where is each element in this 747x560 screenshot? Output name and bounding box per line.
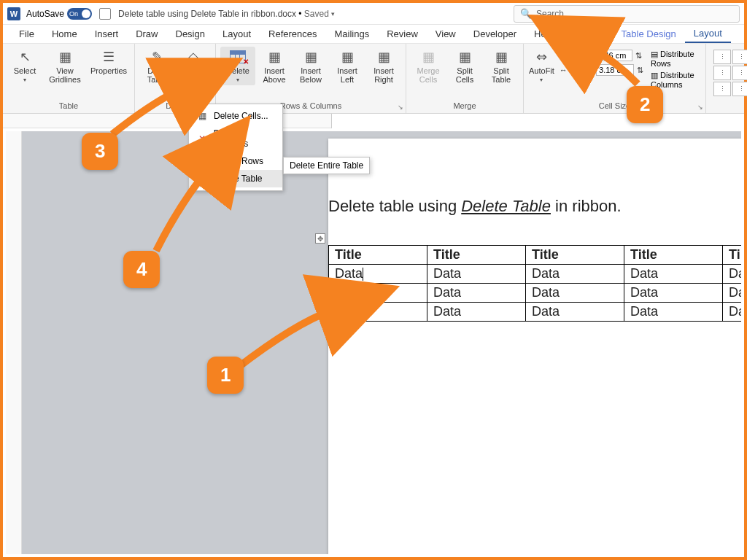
group-alignment: ⋮ ⋮ ⋮ ⋮ ⋮ ⋮ ⋮ ⋮ ⋮ A↕Text Direction ▦M...…: [706, 44, 747, 113]
insert-right-icon: ▦: [374, 49, 393, 65]
insert-right-button[interactable]: ▦Insert Right: [366, 47, 401, 86]
toggle-switch-icon[interactable]: On: [67, 8, 92, 20]
word-app-icon: W: [7, 7, 20, 20]
tab-file[interactable]: File: [10, 26, 43, 42]
search-input[interactable]: 🔍 Search: [514, 5, 740, 23]
split-table-button[interactable]: ▦Split Table: [484, 47, 519, 86]
autosave-toggle[interactable]: AutoSave On: [26, 8, 92, 20]
titlebar: W AutoSave On Delete table using Delete …: [3, 3, 744, 25]
width-field[interactable]: [596, 64, 634, 76]
annotation-bubble-3: 3: [82, 133, 118, 170]
save-icon[interactable]: [99, 8, 111, 20]
dialog-launcher-icon[interactable]: ↘: [398, 104, 403, 111]
delete-columns-icon: ✕: [196, 133, 208, 144]
insert-below-button[interactable]: ▦Insert Below: [293, 47, 328, 86]
tab-layout[interactable]: Layout: [214, 26, 260, 42]
draw-table-button[interactable]: ✎Draw Table: [139, 47, 174, 86]
eraser-button[interactable]: ◇Eraser: [176, 47, 211, 77]
eraser-icon: ◇: [184, 49, 203, 65]
dialog-launcher-icon[interactable]: ↘: [697, 104, 703, 111]
distribute-rows-button[interactable]: ▤ Distribute Rows: [651, 50, 698, 68]
save-status: Saved: [304, 9, 329, 19]
distribute-cols-icon: ▥: [651, 71, 660, 79]
autofit-button[interactable]: ⇔AutoFit▾: [528, 47, 555, 85]
split-cells-icon: ▦: [455, 49, 474, 65]
properties-icon: ☰: [99, 49, 118, 65]
insert-above-icon: ▦: [265, 49, 284, 65]
tab-review[interactable]: Review: [378, 26, 427, 42]
tab-draw[interactable]: Draw: [127, 26, 166, 42]
width-icon: ↔: [560, 66, 568, 74]
merge-cells-button: ▦Merge Cells: [411, 47, 446, 86]
cursor-icon: ↖: [15, 49, 34, 65]
tab-layout-contextual[interactable]: Layout: [685, 25, 731, 43]
group-merge: ▦Merge Cells ▦Split Cells ▦Split Table M…: [406, 44, 524, 113]
tab-acrobat[interactable]: Acrobat: [562, 26, 613, 42]
select-button[interactable]: ↖Select▾: [7, 47, 42, 85]
align-tc[interactable]: ⋮: [732, 50, 747, 64]
view-gridlines-button[interactable]: ▦View Gridlines: [44, 47, 86, 86]
pencil-icon: ✎: [147, 49, 166, 65]
insert-left-button[interactable]: ▦Insert Left: [330, 47, 365, 86]
alignment-grid[interactable]: ⋮ ⋮ ⋮ ⋮ ⋮ ⋮ ⋮ ⋮ ⋮: [711, 47, 747, 99]
table-row: Data Data Data Data Da: [329, 284, 742, 303]
insert-left-icon: ▦: [338, 49, 357, 65]
align-mc[interactable]: ⋮: [732, 66, 747, 80]
align-bc[interactable]: ⋮: [732, 82, 747, 96]
tab-developer[interactable]: Developer: [465, 26, 525, 42]
insert-above-button[interactable]: ▦Insert Above: [257, 47, 292, 86]
merge-icon: ▦: [419, 49, 438, 65]
annotation-bubble-1: 1: [207, 357, 244, 394]
page[interactable]: Delete table using Delete Table in ribbo…: [328, 139, 741, 554]
menu-delete-cells[interactable]: ▦Delete Cells...: [189, 107, 282, 125]
align-tl[interactable]: ⋮: [713, 50, 731, 64]
table-move-handle-icon[interactable]: ✥: [315, 233, 325, 244]
delete-dropdown-menu: ▦Delete Cells... ✕Delete Columns ✕Delete…: [188, 104, 283, 191]
height-field[interactable]: [595, 50, 632, 61]
delete-table-icon: ▦: [196, 174, 208, 184]
tab-references[interactable]: References: [260, 26, 325, 42]
tab-table-design[interactable]: Table Design: [613, 26, 685, 42]
annotation-bubble-2: 2: [627, 86, 663, 123]
menu-delete-table[interactable]: ▦Delete Table: [189, 170, 282, 187]
spinner-icon[interactable]: ⇅: [635, 51, 642, 61]
split-cells-button[interactable]: ▦Split Cells: [447, 47, 482, 86]
group-cell-size: ⇔AutoFit▾ ↕Height:⇅ ↔Width:⇅ ▤ Distribut…: [524, 44, 706, 113]
table-row: Data Data Data Data Da: [329, 303, 742, 322]
delete-cells-icon: ▦: [196, 111, 208, 121]
delete-button[interactable]: ✕Delete▾: [220, 47, 255, 85]
properties-button[interactable]: ☰Properties: [88, 47, 130, 77]
menu-delete-rows[interactable]: ✕Delete Rows: [189, 152, 282, 170]
document-area: Delete table using Delete Table in ribbo…: [6, 131, 741, 554]
tab-help[interactable]: Help: [525, 26, 562, 42]
delete-table-icon: ✕: [228, 49, 247, 65]
group-rows-columns: ✕Delete▾ ▦Insert Above ▦Insert Below ▦In…: [216, 44, 406, 113]
menu-delete-columns[interactable]: ✕Delete Columns: [189, 125, 282, 152]
tooltip-delete-entire-table: Delete Entire Table: [283, 157, 370, 174]
align-ml[interactable]: ⋮: [713, 66, 731, 80]
grid-icon: ▦: [55, 49, 74, 65]
group-table: ↖Select▾ ▦View Gridlines ☰Properties Tab…: [3, 44, 135, 113]
split-table-icon: ▦: [492, 49, 511, 65]
tab-view[interactable]: View: [427, 26, 465, 42]
document-table[interactable]: Title Title Title Title Ti Data Data Dat…: [328, 245, 741, 322]
tab-mailings[interactable]: Mailings: [326, 26, 379, 42]
tab-insert[interactable]: Insert: [86, 26, 128, 42]
tab-home[interactable]: Home: [43, 26, 86, 42]
distribute-rows-icon: ▤: [651, 50, 660, 58]
table-header-row: Title Title Title Title Ti: [329, 246, 742, 265]
ribbon-tabs: File Home Insert Draw Design Layout Refe…: [3, 25, 744, 44]
align-bl[interactable]: ⋮: [713, 82, 731, 96]
autofit-icon: ⇔: [532, 49, 551, 65]
document-title[interactable]: Delete table using Delete Table in ribbo…: [118, 9, 296, 19]
document-heading[interactable]: Delete table using Delete Table in ribbo…: [328, 197, 741, 216]
insert-below-icon: ▦: [301, 49, 320, 65]
chevron-down-icon[interactable]: ▾: [331, 10, 335, 18]
group-draw: ✎Draw Table ◇Eraser Draw: [135, 44, 216, 113]
height-icon: ↕: [560, 51, 564, 60]
tab-design[interactable]: Design: [167, 26, 214, 42]
ruler-vertical[interactable]: [6, 131, 22, 554]
spinner-icon[interactable]: ⇅: [637, 66, 643, 75]
table-row: Data Data Data Data Da: [329, 265, 742, 284]
autosave-label: AutoSave: [26, 9, 64, 19]
